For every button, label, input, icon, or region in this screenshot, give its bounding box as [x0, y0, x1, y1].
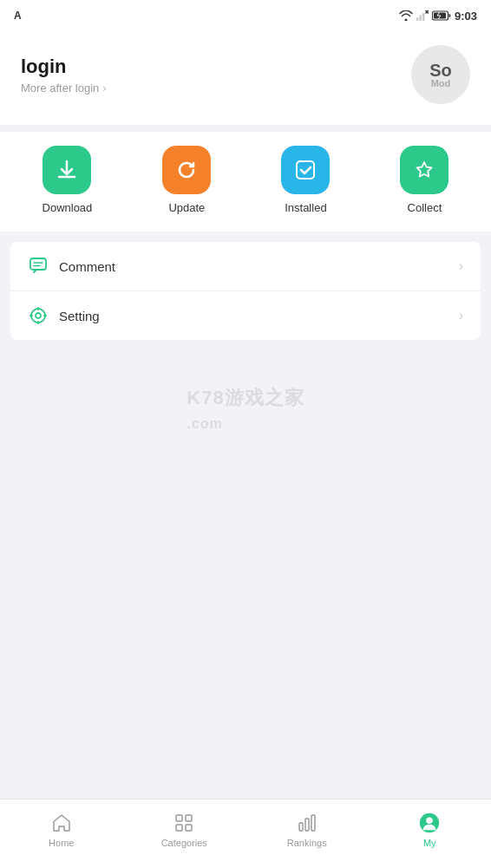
- login-label[interactable]: login: [21, 55, 107, 78]
- main-content: Comment › Setting › K78游戏之家.com: [0, 242, 491, 468]
- svg-rect-7: [297, 161, 314, 179]
- nav-home[interactable]: Home: [0, 812, 123, 848]
- svg-rect-17: [299, 823, 303, 831]
- action-collect[interactable]: Collect: [400, 146, 448, 214]
- action-download[interactable]: Download: [43, 146, 93, 214]
- svg-rect-0: [416, 17, 419, 21]
- action-update[interactable]: Update: [162, 146, 211, 214]
- svg-point-11: [31, 309, 45, 323]
- svg-rect-19: [311, 815, 315, 831]
- setting-text: Setting: [59, 309, 100, 323]
- download-icon-bg: [43, 146, 91, 194]
- bottom-nav: Home Categories Rankings: [0, 799, 491, 868]
- menu-item-setting-left: Setting: [28, 305, 100, 326]
- profile-subtitle: More after login ›: [21, 82, 107, 95]
- installed-icon: [293, 158, 318, 182]
- watermark-text: K78游戏之家.com: [187, 385, 304, 434]
- profile-left: login More after login ›: [21, 55, 107, 95]
- download-icon: [55, 158, 79, 182]
- comment-icon: [28, 256, 49, 277]
- svg-point-21: [427, 817, 433, 823]
- comment-chevron-icon: ›: [459, 258, 463, 274]
- status-bar: A 9:03: [0, 0, 491, 28]
- home-nav-icon: [50, 812, 73, 834]
- time-display: 9:03: [455, 10, 477, 23]
- profile-chevron-icon: ›: [102, 82, 106, 95]
- svg-rect-18: [305, 819, 309, 831]
- menu-section: Comment › Setting ›: [10, 242, 481, 340]
- svg-rect-14: [186, 815, 192, 821]
- collect-icon: [412, 158, 436, 182]
- menu-item-setting[interactable]: Setting ›: [10, 291, 481, 340]
- collect-label: Collect: [408, 201, 442, 214]
- svg-rect-16: [186, 825, 192, 831]
- watermark: K78游戏之家.com: [10, 350, 481, 468]
- categories-nav-icon: [173, 812, 195, 834]
- update-icon: [174, 158, 199, 182]
- rankings-nav-icon: [296, 812, 318, 834]
- wifi-icon: [399, 10, 413, 21]
- setting-icon: [28, 305, 49, 326]
- my-nav-label: My: [423, 838, 436, 848]
- menu-item-comment[interactable]: Comment ›: [10, 242, 481, 291]
- profile-section: login More after login › So Mod: [0, 28, 491, 125]
- status-app-label: A: [14, 10, 22, 22]
- installed-icon-bg: [281, 146, 330, 194]
- installed-label: Installed: [285, 201, 326, 214]
- my-nav-icon: [418, 812, 441, 834]
- nav-my[interactable]: My: [369, 812, 492, 848]
- comment-svg-icon: [29, 257, 48, 276]
- home-nav-label: Home: [49, 838, 74, 848]
- update-icon-bg: [162, 146, 211, 194]
- battery-icon: [432, 10, 451, 21]
- rankings-nav-label: Rankings: [287, 838, 327, 848]
- svg-rect-2: [422, 13, 425, 21]
- menu-item-comment-left: Comment: [28, 256, 115, 277]
- svg-point-12: [36, 313, 41, 318]
- update-label: Update: [168, 201, 205, 214]
- svg-rect-13: [176, 815, 182, 821]
- nav-categories[interactable]: Categories: [123, 812, 246, 848]
- download-label: Download: [43, 201, 93, 214]
- action-installed[interactable]: Installed: [281, 146, 330, 214]
- status-right-icons: 9:03: [399, 10, 477, 23]
- setting-svg-icon: [29, 306, 48, 325]
- nav-rankings[interactable]: Rankings: [245, 812, 369, 848]
- quick-actions: Download Update Installed Collect: [0, 132, 491, 232]
- setting-chevron-icon: ›: [459, 308, 463, 323]
- avatar[interactable]: So Mod: [411, 45, 470, 104]
- svg-rect-15: [176, 825, 182, 831]
- collect-icon-bg: [400, 146, 448, 194]
- svg-rect-1: [419, 16, 422, 22]
- categories-nav-label: Categories: [161, 838, 207, 848]
- svg-rect-8: [30, 258, 46, 270]
- comment-text: Comment: [59, 259, 115, 274]
- signal-icon: [416, 10, 429, 21]
